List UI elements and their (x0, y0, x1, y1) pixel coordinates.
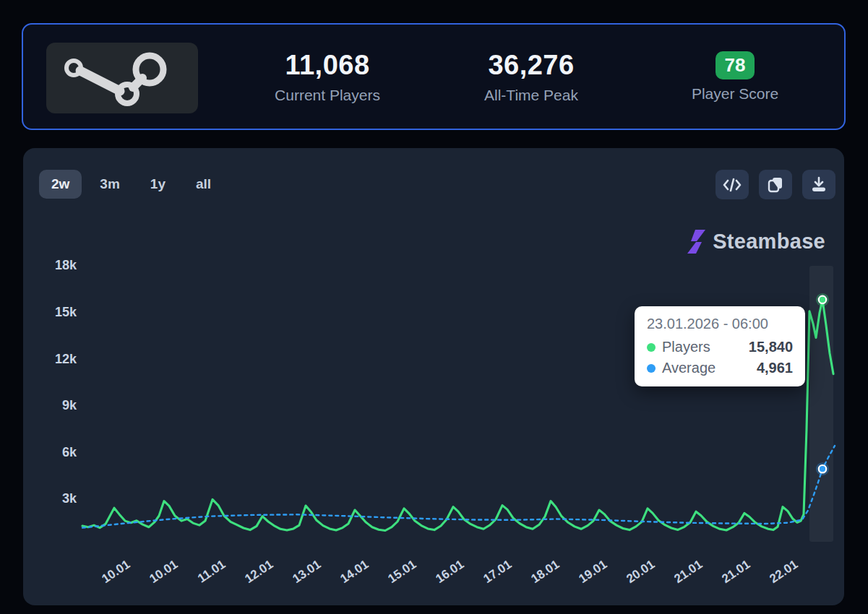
x-tick-label: 15.01 (385, 558, 418, 587)
y-tick-label: 3k (35, 491, 77, 506)
x-tick-label: 22.01 (767, 558, 800, 587)
page: 11,068 Current Players 36,276 All-Time P… (0, 0, 868, 614)
x-tick-label: 20.01 (624, 558, 657, 587)
range-button-1y[interactable]: 1y (138, 170, 178, 199)
chart-plot-svg: 10.0110.0111.0112.0113.0114.0115.0116.01… (80, 254, 835, 579)
series-average-line (82, 446, 835, 528)
x-tick-label: 14.01 (338, 558, 371, 587)
chart-tooltip: 23.01.2026 - 06:00 Players 15,840 Averag… (635, 306, 805, 386)
tooltip-players-label: Players (662, 339, 742, 355)
x-tick-label: 18.01 (528, 558, 562, 587)
x-tick-label: 10.01 (99, 558, 132, 587)
x-tick-label: 17.01 (481, 558, 514, 587)
chart-actions (716, 170, 835, 199)
y-tick-label: 15k (35, 305, 77, 320)
code-icon (723, 177, 742, 193)
x-tick-label: 19.01 (576, 558, 609, 587)
range-button-3m[interactable]: 3m (87, 170, 132, 199)
x-tick-label: 13.01 (290, 558, 323, 587)
y-tick-label: 12k (35, 352, 77, 367)
tooltip-average-label: Average (662, 360, 750, 376)
average-marker (819, 465, 826, 472)
current-players-label: Current Players (275, 87, 380, 104)
steambase-logo-text: Steambase (713, 230, 825, 254)
copy-icon (767, 176, 784, 194)
y-tick-label: 9k (35, 398, 77, 413)
current-players-value: 11,068 (285, 50, 369, 81)
player-chart[interactable]: 10.0110.0111.0112.0113.0114.0115.0116.01… (80, 254, 835, 579)
x-tick-label: 21.01 (671, 558, 705, 587)
x-tick-label: 21.01 (719, 558, 752, 587)
stats-row: 11,068 Current Players 36,276 All-Time P… (225, 25, 837, 129)
tooltip-date: 23.01.2026 - 06:00 (647, 316, 793, 332)
stat-current-players: 11,068 Current Players (225, 50, 429, 104)
y-tick-label: 6k (35, 445, 77, 460)
download-icon (810, 176, 828, 194)
range-button-all[interactable]: all (184, 170, 223, 199)
all-time-peak-value: 36,276 (488, 50, 574, 81)
steam-icon (58, 48, 186, 108)
players-dot-icon (647, 343, 656, 352)
stat-all-time-peak: 36,276 All-Time Peak (429, 50, 633, 104)
embed-code-button[interactable] (716, 170, 749, 199)
x-tick-label: 10.01 (147, 558, 180, 587)
steambase-watermark: Steambase (687, 229, 825, 254)
player-score-badge: 78 (716, 51, 755, 79)
players-marker (819, 296, 826, 303)
x-tick-label: 11.01 (195, 558, 228, 586)
all-time-peak-label: All-Time Peak (484, 87, 578, 104)
tooltip-row-players: Players 15,840 (647, 339, 793, 355)
copy-button[interactable] (759, 170, 792, 199)
steam-logo-box (46, 43, 198, 113)
tooltip-average-value: 4,961 (757, 360, 793, 376)
y-tick-label: 18k (35, 258, 77, 273)
stat-player-score: 78 Player Score (633, 51, 837, 103)
player-score-label: Player Score (692, 85, 778, 103)
tooltip-row-average: Average 4,961 (647, 360, 793, 376)
download-button[interactable] (802, 170, 835, 199)
average-dot-icon (647, 364, 656, 373)
x-tick-label: 16.01 (433, 558, 466, 587)
stats-card: 11,068 Current Players 36,276 All-Time P… (22, 23, 846, 130)
y-axis: 3k6k9k12k15k18k (35, 148, 77, 605)
chart-card: 2w 3m 1y all (23, 148, 844, 605)
tooltip-players-value: 15,840 (749, 339, 793, 355)
steambase-logo-icon (687, 229, 706, 254)
x-tick-label: 12.01 (242, 558, 275, 587)
